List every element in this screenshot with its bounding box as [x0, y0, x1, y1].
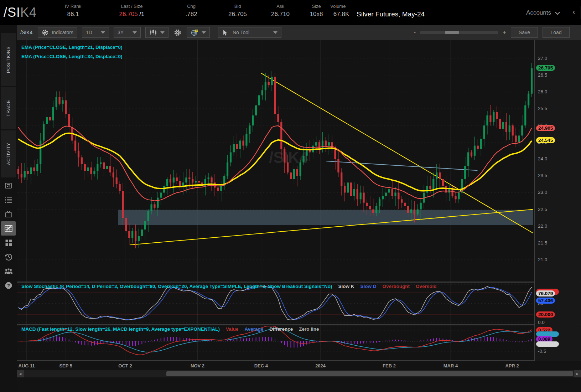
size-label: Size	[308, 4, 325, 9]
zoom-out-button[interactable]: -	[414, 29, 416, 36]
stoch-tick: 0.0	[538, 320, 545, 325]
chart-region: /SIK4 EMA (Price=CLOSE, Length=21, Displ…	[17, 40, 581, 392]
zoom-in-button[interactable]: +	[503, 29, 506, 36]
price-tick: 26.0	[538, 89, 547, 94]
price-tick: 26.5	[538, 72, 547, 78]
chevron-left-icon: ‹	[572, 7, 575, 16]
scroll-left-button[interactable]: ◄	[17, 370, 24, 377]
bid-value: 26.705	[224, 11, 251, 18]
ema21-label: EMA (Price=CLOSE, Length=21, Displace=0)	[21, 43, 122, 52]
ema21-value-badge: 24.905	[536, 125, 555, 131]
macd-params: MACD (Fast length=12, Slow length=26, MA…	[21, 326, 220, 332]
price-tick: 27.0	[538, 56, 547, 61]
legend-average: Average	[244, 326, 263, 332]
chart-toolbar: /SIK4 Indicators 1D 3Y	[17, 25, 581, 40]
legend-overbought: Overbought	[382, 284, 410, 289]
sharing-dropdown[interactable]	[187, 27, 210, 38]
media-button[interactable]	[0, 207, 17, 221]
left-sidebar: POSITIONS TRADE ACTIVITY	[0, 25, 17, 392]
chevron-down-icon	[160, 31, 165, 34]
sidebar-tab-activity[interactable]: ACTIVITY	[1, 130, 16, 177]
stat-ask: Ask 26.710	[267, 0, 294, 25]
tool-value: No Tool	[233, 30, 270, 35]
trendline	[326, 161, 478, 170]
question-mark-icon: ?	[4, 281, 13, 290]
charts-button[interactable]	[1, 221, 16, 236]
indicators-burst-icon	[42, 29, 48, 36]
slow-d-value-badge: 57.406	[536, 298, 555, 304]
watchlist-button[interactable]	[0, 193, 17, 207]
zoom-slider[interactable]	[420, 31, 498, 34]
cursor-icon	[222, 29, 228, 36]
main-price-chart[interactable]: /SIK4	[17, 40, 533, 282]
timeframe-dropdown[interactable]: 1D	[82, 27, 109, 38]
candlestick-style-icon	[149, 29, 157, 36]
indicators-label: Indicators	[52, 30, 73, 35]
iv-rank-value: 86.1	[59, 11, 87, 18]
price-tick: 21.0	[538, 257, 547, 262]
drawing-tool-dropdown[interactable]: No Tool	[218, 27, 281, 38]
community-button[interactable]	[0, 264, 17, 278]
price-tick: 22.0	[538, 223, 547, 229]
svg-text:?: ?	[7, 283, 10, 288]
news-button[interactable]	[0, 179, 17, 193]
accounts-dropdown[interactable]: Accounts	[526, 0, 560, 25]
sidebar-tab-trade[interactable]: TRADE	[1, 87, 16, 129]
ema34-label: EMA (Price=CLOSE, Length=34, Displace=0)	[21, 52, 122, 61]
scroll-right-button[interactable]: ►	[574, 370, 581, 377]
zoom-control: - +	[414, 29, 506, 36]
ema34-value-badge: 24.545	[536, 137, 555, 143]
macd-tick: -0.5	[538, 349, 546, 354]
indicators-button[interactable]: Indicators	[38, 27, 77, 38]
load-button[interactable]: Load	[543, 27, 570, 38]
date-label: NOV 2	[191, 363, 204, 368]
chart-settings-button[interactable]	[173, 27, 182, 38]
last-price-badge: 26.705	[536, 65, 555, 71]
chart-style-dropdown[interactable]	[145, 27, 168, 38]
tv-icon	[4, 210, 13, 219]
grid-squares-icon	[4, 238, 13, 247]
price-tick: 23.0	[538, 190, 547, 195]
legend-oversold: Oversold	[416, 284, 437, 289]
macd-diff-badge: 0.089	[536, 336, 553, 342]
pane-divider[interactable]	[17, 282, 581, 283]
iv-rank-label: IV Rank	[59, 4, 87, 9]
legend-slow-d: Slow D	[360, 284, 376, 289]
scrollbar-thumb[interactable]	[166, 371, 573, 376]
save-button[interactable]: Save	[511, 27, 538, 38]
volume-label: Volume	[330, 4, 352, 9]
sidebar-tab-positions[interactable]: POSITIONS	[1, 33, 16, 86]
price-tick: 25.5	[538, 106, 547, 111]
newspaper-icon	[4, 181, 13, 190]
stat-change: Chg .782	[181, 0, 202, 25]
chg-label: Chg	[181, 4, 202, 9]
chevron-down-icon	[273, 31, 277, 34]
range-value: 3Y	[118, 30, 124, 35]
zoom-slider-thumb[interactable]	[445, 31, 459, 34]
symbol-title: /SIK4	[0, 0, 37, 25]
app-window: /SIK4 IV Rank 86.1 Last / Size 26.705 /1…	[0, 0, 581, 392]
price-axis[interactable]: 27.026.526.025.525.024.524.023.523.022.5…	[534, 40, 581, 361]
dashboard-button[interactable]	[0, 236, 17, 250]
range-dropdown[interactable]: 3Y	[114, 27, 141, 38]
history-clock-icon	[4, 252, 13, 262]
last-value: 26.705	[119, 11, 138, 17]
price-tick: 23.5	[538, 173, 547, 178]
globe-note-icon	[191, 29, 198, 36]
help-button[interactable]: ?	[0, 278, 17, 293]
date-label: OCT 2	[118, 363, 132, 368]
time-axis[interactable]: AUG 11SEP 5OCT 2NOV 2DEC 42024FEB 2MAR 4…	[17, 361, 581, 370]
date-label: MAR 4	[443, 363, 458, 368]
collapse-panel-button[interactable]: ‹	[567, 6, 581, 19]
last-size-label: Last / Size	[112, 4, 151, 9]
stat-bid: Bid 26.705	[224, 0, 251, 25]
legend-slow-k: Slow K	[338, 284, 354, 289]
pane-divider[interactable]	[17, 324, 581, 325]
volume-value: 67.8K	[330, 11, 352, 18]
legend-value: Value	[226, 326, 238, 332]
horizontal-scrollbar[interactable]: ◄ ►	[17, 370, 581, 377]
stat-size: Size 10x8	[308, 0, 325, 25]
stochastic-params: Slow Stochastic (K Period=14, D Period=3…	[21, 284, 332, 289]
stat-last-size: Last / Size 26.705 /1	[112, 0, 151, 25]
history-button[interactable]	[0, 250, 17, 264]
